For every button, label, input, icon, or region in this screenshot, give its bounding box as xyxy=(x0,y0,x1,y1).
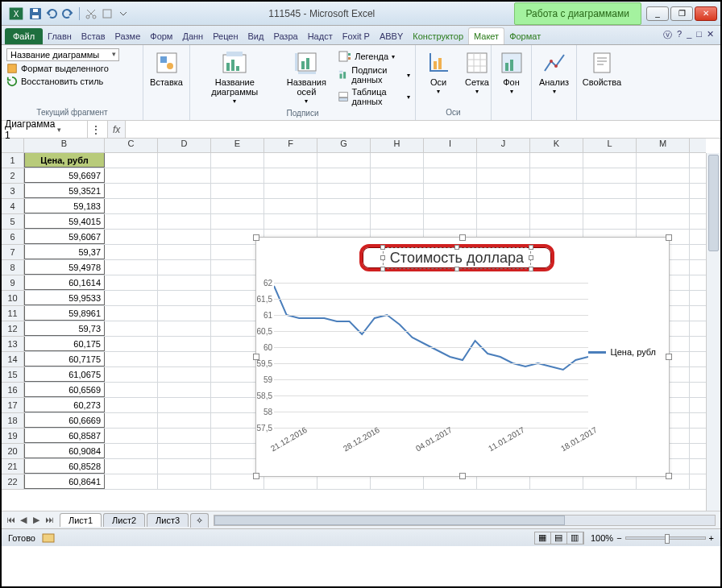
tab-review[interactable]: Рецен xyxy=(208,28,243,44)
zoom-out-button[interactable]: − xyxy=(616,533,621,543)
page-layout-icon[interactable]: ▤ xyxy=(551,532,567,544)
embedded-chart[interactable]: Стоимость доллара 57,55858,55959,56060,5… xyxy=(255,237,670,477)
status-ready: Готово xyxy=(8,533,35,543)
svg-rect-14 xyxy=(226,63,230,71)
tab-format[interactable]: Формат xyxy=(504,28,546,44)
minimize-button[interactable]: _ xyxy=(646,6,669,21)
tab-page-layout[interactable]: Разме xyxy=(110,28,146,44)
tab-data[interactable]: Данн xyxy=(177,28,208,44)
data-labels-button[interactable]: Подписи данных ▾ xyxy=(338,65,410,85)
zoom-level[interactable]: 100% xyxy=(591,533,613,543)
normal-view-icon[interactable]: ▦ xyxy=(535,532,551,544)
doc-min-icon[interactable]: _ xyxy=(687,29,691,41)
chart-title[interactable]: Стоимость доллара xyxy=(383,247,531,269)
svg-rect-23 xyxy=(348,53,351,56)
new-sheet-button[interactable]: ✧ xyxy=(190,513,209,528)
zoom-slider[interactable] xyxy=(625,536,706,540)
sheet-tab-3[interactable]: Лист3 xyxy=(147,513,189,527)
insert-button[interactable]: Вставка xyxy=(148,48,185,89)
svg-rect-39 xyxy=(43,534,54,542)
data-labels-icon xyxy=(338,68,348,81)
macro-record-icon[interactable] xyxy=(42,532,55,544)
chart-title-icon xyxy=(222,50,247,76)
background-button[interactable]: Фон▾ xyxy=(496,48,526,97)
chart-element-selector[interactable]: Название диаграммы xyxy=(6,48,119,61)
plot-area[interactable]: 57,55858,55959,56060,56161,562 xyxy=(274,283,588,428)
tab-insert[interactable]: Встав xyxy=(77,28,110,44)
namebox-expand-icon[interactable]: ⋮ xyxy=(91,124,101,135)
column-headers[interactable]: BCDEFGHIJKLM xyxy=(24,139,706,153)
svg-rect-22 xyxy=(339,52,347,61)
save-icon[interactable] xyxy=(29,7,42,20)
close-button[interactable]: ✕ xyxy=(695,6,717,21)
properties-button[interactable]: Свойства xyxy=(582,48,622,89)
tab-file[interactable]: Файл xyxy=(5,28,43,44)
excel-icon: X xyxy=(8,6,24,22)
tab-design[interactable]: Конструктор xyxy=(408,28,468,44)
name-box[interactable]: Диаграмма 1▾ ⋮ xyxy=(2,121,108,138)
sheet-tab-2[interactable]: Лист2 xyxy=(103,513,145,527)
quick-access-toolbar xyxy=(29,7,130,20)
svg-rect-7 xyxy=(103,10,111,18)
tab-layout[interactable]: Макет xyxy=(468,27,504,44)
tab-view[interactable]: Вид xyxy=(243,28,269,44)
page-break-icon[interactable]: ▥ xyxy=(567,532,583,544)
svg-rect-21 xyxy=(306,58,309,69)
zoom-in-button[interactable]: + xyxy=(709,533,714,543)
horizontal-scrollbar[interactable] xyxy=(214,515,716,526)
redo-icon[interactable] xyxy=(61,7,74,20)
tab-foxit[interactable]: Foxit P xyxy=(338,28,375,44)
qat-item-icon[interactable] xyxy=(101,7,114,20)
doc-close-icon[interactable]: ✕ xyxy=(707,29,714,41)
row-headers[interactable]: 12345678910111213141516171819202122 xyxy=(2,153,24,490)
worksheet-area: BCDEFGHIJKLM 123456789101112131415161718… xyxy=(2,139,720,511)
qat-scissors-icon[interactable] xyxy=(85,7,98,20)
tab-home[interactable]: Главн xyxy=(43,28,77,44)
select-all-corner[interactable] xyxy=(2,139,24,153)
zoom-control[interactable]: 100% − + xyxy=(591,533,714,543)
legend-button[interactable]: Легенда ▾ xyxy=(338,50,410,63)
sheet-nav[interactable]: ⏮◀▶⏭ xyxy=(2,515,58,525)
formula-bar[interactable] xyxy=(125,121,720,138)
minimize-ribbon-icon[interactable]: ⓥ xyxy=(663,29,672,41)
svg-rect-27 xyxy=(339,71,343,72)
maximize-button[interactable]: ❐ xyxy=(670,6,693,21)
svg-rect-13 xyxy=(226,52,243,56)
undo-icon[interactable] xyxy=(45,7,58,20)
tab-abbyy[interactable]: ABBY xyxy=(375,28,408,44)
doc-max-icon[interactable]: □ xyxy=(696,29,702,41)
help-icon[interactable]: ? xyxy=(677,29,682,41)
svg-rect-16 xyxy=(236,66,239,71)
qat-dropdown-icon[interactable] xyxy=(117,7,130,20)
data-table-icon xyxy=(338,90,348,103)
svg-rect-31 xyxy=(438,58,442,69)
sheet-tab-1[interactable]: Лист1 xyxy=(60,513,102,527)
svg-point-36 xyxy=(550,60,553,63)
svg-rect-18 xyxy=(295,53,297,71)
data-table-button[interactable]: Таблица данных ▾ xyxy=(338,87,410,106)
chart-title-button[interactable]: Название диаграммы▾ xyxy=(195,48,275,107)
format-selection-button[interactable]: Формат выделенного xyxy=(6,63,138,74)
vertical-scrollbar[interactable] xyxy=(706,153,720,511)
view-buttons[interactable]: ▦ ▤ ▥ xyxy=(534,532,584,545)
axis-titles-button[interactable]: Названия осей▾ xyxy=(278,48,336,107)
fx-label[interactable]: fx xyxy=(108,124,125,135)
formula-bar-row: Диаграмма 1▾ ⋮ fx xyxy=(2,121,720,139)
tab-formulas[interactable]: Форм xyxy=(145,28,177,44)
svg-rect-32 xyxy=(467,53,487,72)
axes-button[interactable]: Оси▾ xyxy=(421,48,456,97)
tab-developer[interactable]: Разра xyxy=(268,28,302,44)
analysis-button[interactable]: Анализ▾ xyxy=(537,48,571,97)
sheet-tabs-bar: ⏮◀▶⏭ Лист1 Лист2 Лист3 ✧ xyxy=(2,511,720,528)
reset-style-button[interactable]: Восстановить стиль xyxy=(6,76,138,87)
ribbon-tabs: Файл Главн Встав Разме Форм Данн Рецен В… xyxy=(2,26,720,45)
svg-rect-28 xyxy=(339,93,348,97)
svg-rect-38 xyxy=(594,53,610,72)
chart-legend[interactable]: Цена, рубл xyxy=(588,347,656,357)
gridlines-button[interactable]: Сетка▾ xyxy=(459,48,495,97)
background-icon xyxy=(499,50,525,76)
svg-point-37 xyxy=(554,64,558,68)
svg-rect-29 xyxy=(339,98,348,101)
svg-rect-10 xyxy=(160,56,167,63)
tab-addins[interactable]: Надст xyxy=(303,28,338,44)
